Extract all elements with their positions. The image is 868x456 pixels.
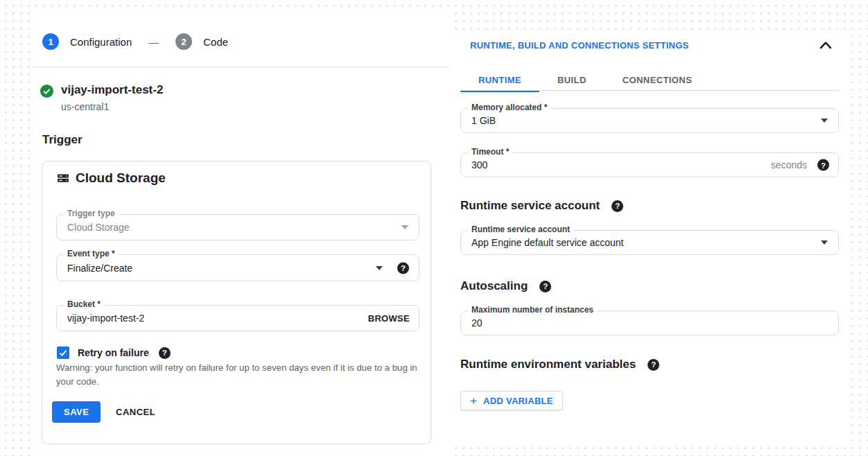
bucket-input[interactable] [67,306,302,331]
max-instances-input[interactable] [471,311,717,335]
runtime-settings-panel: RUNTIME, BUILD AND CONNECTIONS SETTINGS … [455,31,847,444]
timeout-input[interactable] [471,153,717,177]
save-button[interactable]: SAVE [52,401,101,423]
tab-build-label: BUILD [557,75,587,85]
settings-header-link[interactable]: RUNTIME, BUILD AND CONNECTIONS SETTINGS [470,40,689,51]
help-icon[interactable]: ? [648,359,659,371]
runtime-service-account-value: App Engine default service account [471,237,623,248]
trigger-type-select[interactable]: Trigger type Cloud Storage [56,214,419,240]
settings-header: RUNTIME, BUILD AND CONNECTIONS SETTINGS [470,40,833,51]
step-1-label[interactable]: Configuration [70,36,132,48]
env-variables-heading: Runtime environment variables ? [460,358,659,371]
tab-runtime-label: RUNTIME [478,75,521,85]
add-variable-label: ADD VARIABLE [483,396,553,406]
help-icon[interactable]: ? [159,347,171,359]
step-2-label[interactable]: Code [203,36,228,48]
trigger-section-heading: Trigger [42,133,83,147]
event-type-label: Event type * [64,249,119,258]
event-type-select[interactable]: Event type * Finalize/Create ? [56,254,419,281]
autoscaling-heading: Autoscaling ? [460,279,551,293]
memory-allocated-label: Memory allocated * [468,103,550,112]
retry-checkbox[interactable] [57,347,69,359]
event-type-value: Finalize/Create [67,263,132,274]
trigger-type-label: Trigger type [64,209,119,218]
add-variable-button[interactable]: + ADD VARIABLE [460,391,563,410]
runtime-service-account-title: Runtime service account [460,199,600,213]
tab-connections[interactable]: CONNECTIONS [605,69,710,90]
function-status-row: vijay-import-test-2 us-central1 [40,83,163,112]
tab-build[interactable]: BUILD [539,69,605,90]
step-1-badge[interactable]: 1 [42,33,59,50]
trigger-card-title: Cloud Storage [76,170,166,186]
autoscaling-title: Autoscaling [460,279,528,293]
runtime-service-account-select[interactable]: Runtime service account App Engine defau… [460,230,839,255]
env-variables-title: Runtime environment variables [460,358,636,371]
retry-label: Retry on failure [78,347,149,358]
dropdown-arrow-icon [821,240,828,245]
dropdown-arrow-icon [821,119,828,123]
max-instances-field: Maximum number of instances [460,310,839,335]
runtime-service-account-label: Runtime service account [468,225,573,234]
step-2-badge[interactable]: 2 [175,33,192,50]
dropdown-arrow-icon [401,225,408,229]
settings-tabs: RUNTIME BUILD CONNECTIONS [460,69,710,90]
retry-warning-text: Warning: your function will retry on fai… [56,361,422,388]
timeout-field: Timeout * seconds ? [460,152,839,177]
tab-connections-label: CONNECTIONS [623,75,692,85]
function-region: us-central1 [61,101,163,112]
success-check-icon [40,85,53,98]
trigger-type-value: Cloud Storage [67,222,130,233]
checkmark-icon [59,349,67,357]
help-icon[interactable]: ? [539,281,551,292]
divider [33,67,449,67]
retry-row: Retry on failure ? [57,347,171,359]
browse-button[interactable]: BROWSE [368,313,410,324]
memory-allocated-value: 1 GiB [471,115,496,126]
stepper: 1 Configuration — 2 Code [42,33,228,51]
memory-allocated-select[interactable]: Memory allocated * 1 GiB [460,108,839,133]
help-icon[interactable]: ? [611,200,623,212]
cloud-storage-icon [57,172,69,184]
help-icon[interactable]: ? [817,159,829,171]
timeout-unit-suffix: seconds [771,159,807,170]
trigger-card: Cloud Storage Trigger type Cloud Storage… [42,161,431,444]
runtime-service-account-heading: Runtime service account ? [460,199,623,213]
bucket-field: Bucket * BROWSE [56,305,419,331]
plus-icon: + [470,395,477,407]
tabs-divider [460,90,839,91]
dropdown-arrow-icon [376,266,383,270]
configuration-panel: 1 Configuration — 2 Code vijay-import-te… [33,9,449,456]
help-icon[interactable]: ? [397,262,409,274]
page: 1 Configuration — 2 Code vijay-import-te… [0,0,868,456]
step-separator: — [148,36,159,48]
cancel-button[interactable]: CANCEL [106,401,165,423]
collapse-chevron-icon[interactable] [819,40,833,51]
tab-runtime[interactable]: RUNTIME [460,69,539,90]
function-name: vijay-import-test-2 [61,83,163,97]
trigger-card-title-row: Cloud Storage [57,170,166,186]
